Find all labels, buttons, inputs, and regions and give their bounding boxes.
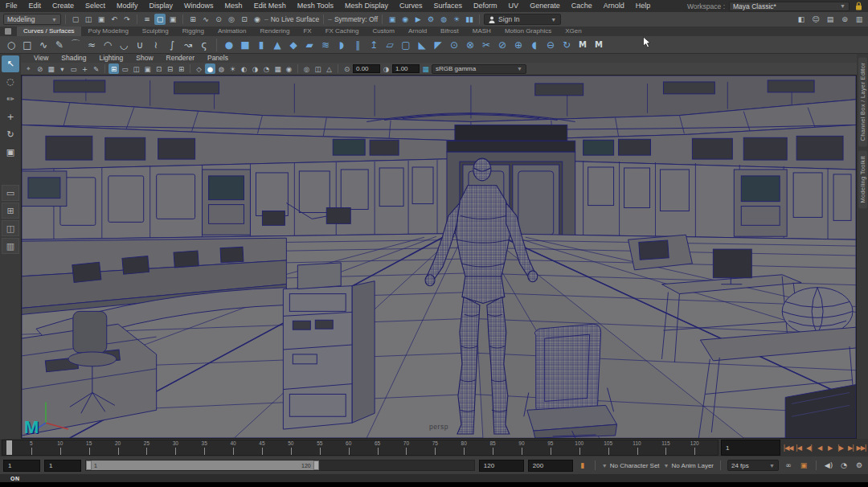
motion-blur-icon[interactable]: ◔ [261, 63, 272, 74]
sign-in-button[interactable]: Sign In ▼ [484, 14, 561, 25]
step-forward-frame-button[interactable]: |▶ [835, 440, 845, 456]
shelf-menu-icon[interactable] [5, 28, 11, 35]
single-pane-layout-icon[interactable]: ▭ [2, 185, 19, 201]
image-plane-icon[interactable]: ▭ [68, 63, 79, 74]
time-slider[interactable]: 5101520253035404550556065707580859095100… [2, 440, 719, 456]
timeline-tick[interactable]: 120 [694, 440, 695, 455]
bevel-plus-icon[interactable]: ◤ [432, 39, 444, 51]
step-back-frame-button[interactable]: ◀| [804, 440, 814, 456]
grid-icon[interactable]: ⊞ [108, 63, 119, 74]
new-scene-icon[interactable]: ▢ [70, 14, 81, 25]
menu-item[interactable]: UV [503, 0, 525, 12]
tab-fx[interactable]: FX [297, 27, 317, 36]
timeline-tick[interactable]: 100 [579, 440, 580, 455]
menu-item[interactable]: Curves [394, 0, 428, 12]
panel-menu-item[interactable]: Panels [201, 54, 235, 63]
view-transform-selector[interactable]: sRGB gamma ▼ [432, 64, 526, 74]
screen-space-ao-icon[interactable]: ◑ [250, 63, 260, 74]
timeline-tick[interactable]: 85 [493, 440, 493, 455]
range-end-handle[interactable] [313, 460, 319, 470]
tab-rigging[interactable]: Rigging [176, 27, 211, 36]
timeline-tick[interactable]: 45 [262, 440, 263, 455]
panel-menu-item[interactable]: Renderer [160, 54, 201, 63]
pause-viewport-icon[interactable]: ▮▮ [464, 14, 475, 25]
open-scene-icon[interactable]: ◫ [83, 14, 94, 25]
rebuild-surface-icon[interactable]: ↻ [560, 39, 573, 51]
render-sequence-icon[interactable]: ▶ [412, 14, 424, 25]
tab-curves-surfaces[interactable]: Curves / Surfaces [17, 27, 81, 36]
nurbs-cube-icon[interactable]: ■ [239, 39, 252, 51]
timeline-tick[interactable]: 25 [146, 440, 147, 455]
ep-curve-icon[interactable]: ⌒ [69, 39, 82, 51]
animation-end-field[interactable]: 200 [528, 460, 573, 472]
birail-icon[interactable]: ∥ [351, 39, 364, 51]
exposure-icon[interactable]: ⊙ [342, 63, 352, 74]
timeline-tick[interactable]: 15 [89, 440, 90, 455]
open-close-surface-icon[interactable]: ◖ [528, 39, 541, 51]
mute-icon[interactable]: ◀) [823, 460, 834, 471]
anim-preferences-icon[interactable]: ⚙ [854, 460, 865, 471]
humanik-icon[interactable]: ☺ [810, 14, 821, 25]
insert-knot-icon[interactable]: ∫ [166, 39, 178, 51]
intersect-surfaces-icon[interactable]: ⊗ [464, 39, 477, 51]
nurbs-square-icon[interactable]: □ [21, 39, 34, 51]
go-to-end-button[interactable]: ▶▶| [856, 440, 866, 456]
camera-attributes-icon[interactable]: ▦ [46, 63, 56, 74]
attach-curves-icon[interactable]: ∪ [133, 39, 146, 51]
menu-item[interactable]: Arnold [598, 0, 630, 12]
save-scene-icon[interactable]: ▣ [96, 14, 107, 25]
menu-item[interactable]: Surfaces [428, 0, 469, 12]
animation-start-field[interactable]: 1 [3, 460, 40, 472]
snap-curve-icon[interactable]: ∿ [200, 14, 211, 25]
detach-curves-icon[interactable]: ≀ [149, 39, 162, 51]
attribute-editor-icon[interactable]: ▤ [825, 14, 836, 25]
play-backwards-button[interactable]: ◀ [814, 440, 825, 456]
tab-mash[interactable]: MASH [466, 27, 497, 36]
offset-curve-icon[interactable]: ς [198, 39, 211, 51]
light-editor-icon[interactable]: ☀ [451, 14, 462, 25]
go-to-start-button[interactable]: |◀◀ [783, 440, 793, 456]
project-curve-icon[interactable]: ⊙ [448, 39, 461, 51]
grease-pencil-icon[interactable]: ✎ [91, 63, 101, 74]
loft-icon[interactable]: ≋ [319, 39, 332, 51]
mash-network-icon[interactable]: M [576, 39, 589, 51]
two-pane-layout-icon[interactable]: ◫ [2, 220, 19, 236]
hypershade-icon[interactable]: ◍ [438, 14, 449, 25]
timeline-tick[interactable]: 50 [291, 440, 292, 455]
auto-key-icon[interactable]: ▣ [798, 460, 809, 471]
menu-item[interactable]: Select [80, 0, 111, 12]
command-line[interactable]: ON [0, 474, 868, 482]
live-surface-selector[interactable]: –No Live Surface [264, 15, 319, 23]
timeline-tick[interactable]: 5 [31, 440, 32, 455]
time-config-icon[interactable]: ◔ [838, 460, 850, 471]
tab-poly-modeling[interactable]: Poly Modeling [82, 27, 135, 36]
isolate-select-icon[interactable]: ◎ [301, 63, 312, 74]
tab-rendering[interactable]: Rendering [253, 27, 296, 36]
select-component-icon[interactable]: ▣ [167, 14, 178, 25]
workspace-selector[interactable]: Maya Classic* ▼ [729, 2, 850, 11]
timeline-tick[interactable]: 80 [464, 440, 465, 455]
timeline-tick[interactable]: 110 [637, 440, 638, 455]
timeline-tick[interactable]: 30 [175, 440, 176, 455]
menu-item[interactable]: Mesh Display [339, 0, 394, 12]
menu-item[interactable]: Modify [111, 0, 144, 12]
select-camera-icon[interactable]: ⌖ [23, 63, 34, 74]
use-all-lights-icon[interactable]: ☀ [227, 63, 238, 74]
timeline-tick[interactable]: 10 [60, 440, 61, 455]
nurbs-circle-icon[interactable]: ○ [5, 39, 18, 51]
timeline-tick[interactable]: 60 [349, 440, 350, 455]
tab-xgen[interactable]: XGen [559, 27, 588, 36]
menu-item[interactable]: Mesh [219, 0, 248, 12]
revolve-icon[interactable]: ◗ [335, 39, 348, 51]
timeline-tick[interactable]: 65 [378, 440, 379, 455]
lock-camera-icon[interactable]: ⊘ [35, 63, 45, 74]
extrude-icon[interactable]: ↥ [367, 39, 380, 51]
nurbs-cylinder-icon[interactable]: ▮ [255, 39, 268, 51]
xray-icon[interactable]: ◫ [313, 63, 323, 74]
nurbs-cone-icon[interactable]: ▲ [271, 39, 284, 51]
range-slider-bar[interactable]: 1 120 [86, 460, 319, 470]
symmetry-selector[interactable]: –Symmetry: Off [328, 15, 378, 23]
timeline-tick[interactable]: 55 [320, 440, 321, 455]
shaded-icon[interactable]: ● [205, 63, 215, 74]
bezier-curve-icon[interactable]: ≈ [85, 39, 98, 51]
